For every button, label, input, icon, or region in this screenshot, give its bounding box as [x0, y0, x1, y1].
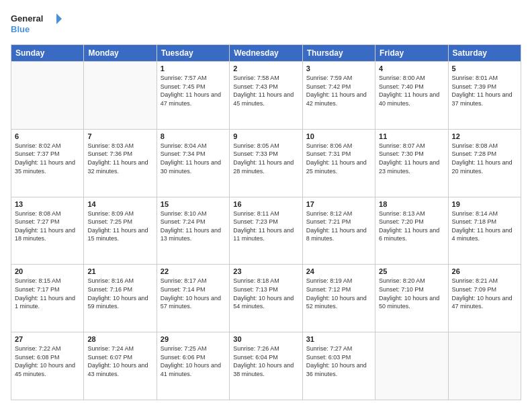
day-number: 4	[379, 64, 444, 73]
day-info: Sunrise: 8:03 AM Sunset: 7:36 PM Dayligh…	[87, 142, 152, 175]
day-info: Sunrise: 8:20 AM Sunset: 7:10 PM Dayligh…	[379, 277, 444, 310]
calendar-cell: 20Sunrise: 8:15 AM Sunset: 7:17 PM Dayli…	[11, 265, 84, 332]
svg-marker-2	[56, 13, 62, 24]
calendar-cell: 23Sunrise: 8:18 AM Sunset: 7:13 PM Dayli…	[230, 265, 302, 332]
calendar-cell: 18Sunrise: 8:13 AM Sunset: 7:20 PM Dayli…	[375, 197, 448, 265]
calendar-cell: 7Sunrise: 8:03 AM Sunset: 7:36 PM Daylig…	[84, 129, 157, 197]
svg-text:Blue: Blue	[11, 24, 30, 34]
svg-text:General: General	[11, 13, 43, 24]
calendar-cell: 19Sunrise: 8:14 AM Sunset: 7:18 PM Dayli…	[448, 197, 521, 265]
day-number: 13	[15, 200, 80, 208]
dow-header-wednesday: Wednesday	[230, 45, 302, 62]
dow-header-thursday: Thursday	[302, 45, 375, 62]
dow-header-tuesday: Tuesday	[157, 45, 229, 62]
calendar-cell: 17Sunrise: 8:12 AM Sunset: 7:21 PM Dayli…	[302, 197, 375, 265]
day-number: 14	[87, 200, 152, 208]
calendar-cell: 21Sunrise: 8:16 AM Sunset: 7:16 PM Dayli…	[84, 265, 157, 332]
calendar-cell: 15Sunrise: 8:10 AM Sunset: 7:24 PM Dayli…	[157, 197, 229, 265]
day-info: Sunrise: 7:27 AM Sunset: 6:03 PM Dayligh…	[306, 345, 371, 378]
calendar-cell: 28Sunrise: 7:24 AM Sunset: 6:07 PM Dayli…	[84, 332, 157, 400]
day-info: Sunrise: 8:17 AM Sunset: 7:14 PM Dayligh…	[161, 277, 226, 310]
calendar-cell: 8Sunrise: 8:04 AM Sunset: 7:34 PM Daylig…	[157, 129, 229, 197]
day-info: Sunrise: 8:15 AM Sunset: 7:17 PM Dayligh…	[15, 277, 80, 310]
calendar-cell: 10Sunrise: 8:06 AM Sunset: 7:31 PM Dayli…	[302, 129, 375, 197]
calendar-table: SundayMondayTuesdayWednesdayThursdayFrid…	[11, 44, 521, 400]
day-number: 21	[87, 267, 152, 275]
day-info: Sunrise: 7:26 AM Sunset: 6:04 PM Dayligh…	[233, 345, 298, 378]
day-number: 15	[161, 200, 226, 208]
calendar-cell: 31Sunrise: 7:27 AM Sunset: 6:03 PM Dayli…	[302, 332, 375, 400]
calendar-cell: 30Sunrise: 7:26 AM Sunset: 6:04 PM Dayli…	[230, 332, 302, 400]
calendar-cell: 12Sunrise: 8:08 AM Sunset: 7:28 PM Dayli…	[448, 129, 521, 197]
day-info: Sunrise: 8:08 AM Sunset: 7:27 PM Dayligh…	[15, 210, 80, 243]
calendar-cell: 4Sunrise: 8:00 AM Sunset: 7:40 PM Daylig…	[375, 62, 448, 130]
day-info: Sunrise: 8:04 AM Sunset: 7:34 PM Dayligh…	[161, 142, 226, 175]
calendar-cell: 3Sunrise: 7:59 AM Sunset: 7:42 PM Daylig…	[302, 62, 375, 130]
day-info: Sunrise: 8:11 AM Sunset: 7:23 PM Dayligh…	[233, 210, 298, 243]
calendar-cell: 25Sunrise: 8:20 AM Sunset: 7:10 PM Dayli…	[375, 265, 448, 332]
day-number: 12	[452, 132, 517, 140]
day-number: 25	[379, 267, 444, 275]
day-number: 7	[87, 132, 152, 140]
dow-header-saturday: Saturday	[448, 45, 521, 62]
day-number: 9	[233, 132, 298, 140]
calendar-cell: 27Sunrise: 7:22 AM Sunset: 6:08 PM Dayli…	[11, 332, 84, 400]
day-info: Sunrise: 8:08 AM Sunset: 7:28 PM Dayligh…	[452, 142, 517, 175]
day-info: Sunrise: 7:24 AM Sunset: 6:07 PM Dayligh…	[87, 345, 152, 378]
day-number: 6	[15, 132, 80, 140]
day-info: Sunrise: 8:10 AM Sunset: 7:24 PM Dayligh…	[161, 210, 226, 243]
day-info: Sunrise: 7:57 AM Sunset: 7:45 PM Dayligh…	[161, 74, 226, 107]
day-info: Sunrise: 8:12 AM Sunset: 7:21 PM Dayligh…	[306, 210, 371, 243]
calendar-cell: 5Sunrise: 8:01 AM Sunset: 7:39 PM Daylig…	[448, 62, 521, 130]
calendar-cell	[375, 332, 448, 400]
calendar-cell: 26Sunrise: 8:21 AM Sunset: 7:09 PM Dayli…	[448, 265, 521, 332]
day-number: 23	[233, 267, 298, 275]
calendar-cell: 13Sunrise: 8:08 AM Sunset: 7:27 PM Dayli…	[11, 197, 84, 265]
day-number: 24	[306, 267, 371, 275]
day-number: 19	[452, 200, 517, 208]
day-info: Sunrise: 7:25 AM Sunset: 6:06 PM Dayligh…	[161, 345, 226, 378]
page: General Blue SundayMondayTuesdayWednesda…	[0, 0, 532, 411]
day-info: Sunrise: 8:02 AM Sunset: 7:37 PM Dayligh…	[15, 142, 80, 175]
logo-svg: General Blue	[11, 11, 64, 38]
logo: General Blue	[11, 11, 64, 38]
dow-header-monday: Monday	[84, 45, 157, 62]
day-number: 31	[306, 335, 371, 343]
day-number: 28	[87, 335, 152, 343]
day-number: 20	[15, 267, 80, 275]
day-number: 22	[161, 267, 226, 275]
day-info: Sunrise: 8:21 AM Sunset: 7:09 PM Dayligh…	[452, 277, 517, 310]
day-number: 5	[452, 64, 517, 73]
day-info: Sunrise: 7:58 AM Sunset: 7:43 PM Dayligh…	[233, 74, 298, 107]
dow-header-sunday: Sunday	[11, 45, 84, 62]
day-number: 26	[452, 267, 517, 275]
day-number: 1	[161, 64, 226, 73]
calendar-cell: 16Sunrise: 8:11 AM Sunset: 7:23 PM Dayli…	[230, 197, 302, 265]
day-number: 8	[161, 132, 226, 140]
day-number: 18	[379, 200, 444, 208]
day-info: Sunrise: 8:16 AM Sunset: 7:16 PM Dayligh…	[87, 277, 152, 310]
day-info: Sunrise: 8:01 AM Sunset: 7:39 PM Dayligh…	[452, 74, 517, 107]
calendar-cell: 6Sunrise: 8:02 AM Sunset: 7:37 PM Daylig…	[11, 129, 84, 197]
day-info: Sunrise: 8:05 AM Sunset: 7:33 PM Dayligh…	[233, 142, 298, 175]
day-info: Sunrise: 8:18 AM Sunset: 7:13 PM Dayligh…	[233, 277, 298, 310]
day-number: 30	[233, 335, 298, 343]
calendar-cell: 1Sunrise: 7:57 AM Sunset: 7:45 PM Daylig…	[157, 62, 229, 130]
calendar-cell	[11, 62, 84, 130]
day-info: Sunrise: 8:13 AM Sunset: 7:20 PM Dayligh…	[379, 210, 444, 243]
day-number: 3	[306, 64, 371, 73]
calendar-cell: 29Sunrise: 7:25 AM Sunset: 6:06 PM Dayli…	[157, 332, 229, 400]
calendar-cell: 14Sunrise: 8:09 AM Sunset: 7:25 PM Dayli…	[84, 197, 157, 265]
day-info: Sunrise: 7:59 AM Sunset: 7:42 PM Dayligh…	[306, 74, 371, 107]
day-number: 27	[15, 335, 80, 343]
calendar-cell	[84, 62, 157, 130]
day-info: Sunrise: 8:06 AM Sunset: 7:31 PM Dayligh…	[306, 142, 371, 175]
day-number: 17	[306, 200, 371, 208]
calendar-cell: 22Sunrise: 8:17 AM Sunset: 7:14 PM Dayli…	[157, 265, 229, 332]
header: General Blue	[11, 11, 521, 38]
day-info: Sunrise: 7:22 AM Sunset: 6:08 PM Dayligh…	[15, 345, 80, 378]
day-number: 11	[379, 132, 444, 140]
day-number: 16	[233, 200, 298, 208]
day-info: Sunrise: 8:07 AM Sunset: 7:30 PM Dayligh…	[379, 142, 444, 175]
calendar-cell: 11Sunrise: 8:07 AM Sunset: 7:30 PM Dayli…	[375, 129, 448, 197]
